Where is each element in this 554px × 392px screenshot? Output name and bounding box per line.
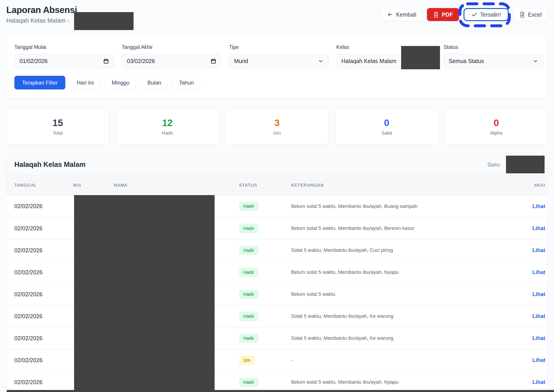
row-date: 02/02/2026 (7, 283, 73, 305)
arrow-left-icon (387, 11, 393, 18)
status-label: Status (444, 44, 543, 50)
type-select[interactable]: Murid (229, 54, 329, 68)
back-button-label: Kembali (396, 11, 416, 18)
excel-export-button[interactable]: Excel (513, 8, 548, 21)
stat-card: 3 Izin (226, 109, 328, 145)
apply-filter-button[interactable]: Terapkan Filter (14, 76, 65, 90)
col-status: Status (239, 175, 291, 195)
row-keterangan: Solat 5 waktu, Membantu ibu/ayah, Cuci p… (291, 239, 503, 261)
row-keterangan: Belum solat 5 waktu (291, 283, 503, 305)
page-title: Laporan Absensi (6, 5, 77, 15)
row-date: 02/02/2026 (7, 305, 73, 327)
class-selected-value: Halaqah Kelas Malam (341, 58, 396, 64)
start-date-input[interactable]: 01/02/2026 (14, 54, 114, 68)
lihat-link[interactable]: Lihat (532, 247, 545, 253)
laporan-absensi-page: Laporan Absensi Halaqah Kelas Malam - Ke… (0, 0, 554, 392)
chevron-down-icon (532, 58, 538, 64)
type-label: Tipe (229, 44, 329, 50)
status-badge: Hadir (239, 312, 258, 321)
copied-button[interactable]: Tersalin! (464, 8, 509, 21)
row-date: 02/02/2026 (7, 239, 73, 261)
stat-card: 12 Hadir (116, 109, 219, 145)
lihat-link[interactable]: Lihat (532, 379, 545, 385)
stat-card: 0 Sakit (335, 109, 438, 145)
stat-card: 0 Alpha (445, 109, 548, 145)
report-class-title: Halaqah Kelas Malam (14, 161, 86, 169)
row-keterangan: Belum solat 5 waktu, Membantu ibu/ayah, … (291, 195, 503, 217)
row-keterangan: Belum solat 5 waktu, Membantu ibu/ayah, … (291, 371, 503, 392)
lihat-link[interactable]: Lihat (532, 269, 545, 275)
status-badge: Hadir (239, 334, 258, 343)
lihat-link[interactable]: Lihat (532, 225, 545, 231)
stat-value: 0 (384, 118, 389, 128)
filter-grid: Tanggal Mulai 01/02/2026 Tanggal Akhir 0… (14, 44, 543, 68)
row-keterangan: Solat 5 waktu, Membantu ibu/ayah, Ke war… (291, 305, 503, 327)
back-button[interactable]: Kembali (381, 8, 422, 21)
status-badge: Izin (239, 356, 255, 365)
row-date: 02/02/2026 (7, 195, 73, 217)
status-badge: Hadir (239, 224, 258, 233)
lihat-link[interactable]: Lihat (532, 357, 545, 363)
col-tanggal: Tanggal (7, 175, 73, 195)
row-date: 02/02/2026 (7, 261, 73, 283)
file-download-icon (519, 12, 525, 18)
stat-label: Izin (273, 130, 281, 136)
quick-range-today-button[interactable]: Hari Ini (70, 76, 100, 89)
excel-button-label: Excel (528, 11, 542, 18)
stats-row: 15 Total 12 Hadir 3 Izin 0 Sakit 0 Alpha (6, 109, 548, 145)
start-date-value: 01/02/2026 (20, 58, 48, 64)
col-aksi: Aksi (503, 175, 548, 195)
col-nama: Nama (114, 175, 239, 195)
col-keterangan: Keterangan (291, 175, 503, 195)
title-block: Laporan Absensi Halaqah Kelas Malam - (6, 5, 77, 24)
redaction-box (506, 156, 545, 173)
end-date-value: 03/02/2026 (127, 58, 155, 64)
chevron-down-icon (318, 58, 324, 64)
quick-range-month-button[interactable]: Bulan (141, 76, 167, 89)
redaction-box (401, 46, 440, 69)
status-selected-value: Semua Status (449, 58, 484, 64)
start-date-label: Tanggal Mulai (14, 44, 114, 50)
status-select[interactable]: Semua Status (444, 54, 543, 68)
pdf-button-label: PDF (442, 11, 453, 18)
teacher-label: Guru: (488, 162, 501, 168)
calendar-icon (210, 58, 216, 64)
file-download-icon (433, 12, 439, 18)
lihat-link[interactable]: Lihat (532, 203, 545, 209)
page-subtitle: Halaqah Kelas Malam - (6, 17, 77, 24)
stat-label: Total (53, 130, 63, 136)
bottom-bar (7, 390, 554, 392)
toolbar: Kembali PDF Tersalin! Excel (381, 8, 548, 21)
end-date-label: Tanggal Akhir (122, 44, 222, 50)
lihat-link[interactable]: Lihat (532, 335, 545, 341)
row-date: 02/02/2026 (7, 371, 73, 392)
end-date-input[interactable]: 03/02/2026 (122, 54, 222, 68)
filter-type: Tipe Murid (229, 44, 329, 68)
redaction-box (74, 12, 134, 30)
row-date: 02/02/2026 (7, 217, 73, 239)
stat-card: 15 Total (6, 109, 109, 145)
calendar-icon (103, 58, 109, 64)
row-date: 02/02/2026 (7, 349, 73, 371)
stat-label: Hadir (162, 130, 173, 136)
table-header-row: Tanggal NIS Nama Status Keterangan Aksi (7, 175, 548, 195)
status-badge: Hadir (239, 378, 258, 387)
pdf-export-button[interactable]: PDF (427, 8, 459, 21)
report-card-header: Halaqah Kelas Malam Guru: k (7, 154, 547, 175)
stat-value: 12 (162, 118, 173, 128)
row-keterangan: - (291, 349, 503, 371)
filter-end-date: Tanggal Akhir 03/02/2026 (122, 44, 222, 68)
redaction-box (74, 195, 215, 392)
lihat-link[interactable]: Lihat (532, 291, 545, 297)
status-badge: Hadir (239, 202, 258, 211)
stat-label: Sakit (381, 130, 392, 136)
quick-range-year-button[interactable]: Tahun (173, 76, 200, 89)
stat-value: 15 (52, 118, 63, 128)
filter-card: Tanggal Mulai 01/02/2026 Tanggal Akhir 0… (6, 35, 548, 98)
row-date: 02/02/2026 (7, 327, 73, 349)
status-badge: Hadir (239, 268, 258, 277)
quick-range-week-button[interactable]: Minggu (105, 76, 136, 89)
lihat-link[interactable]: Lihat (532, 313, 545, 319)
status-badge: Hadir (239, 290, 258, 299)
stat-value: 0 (494, 118, 499, 128)
